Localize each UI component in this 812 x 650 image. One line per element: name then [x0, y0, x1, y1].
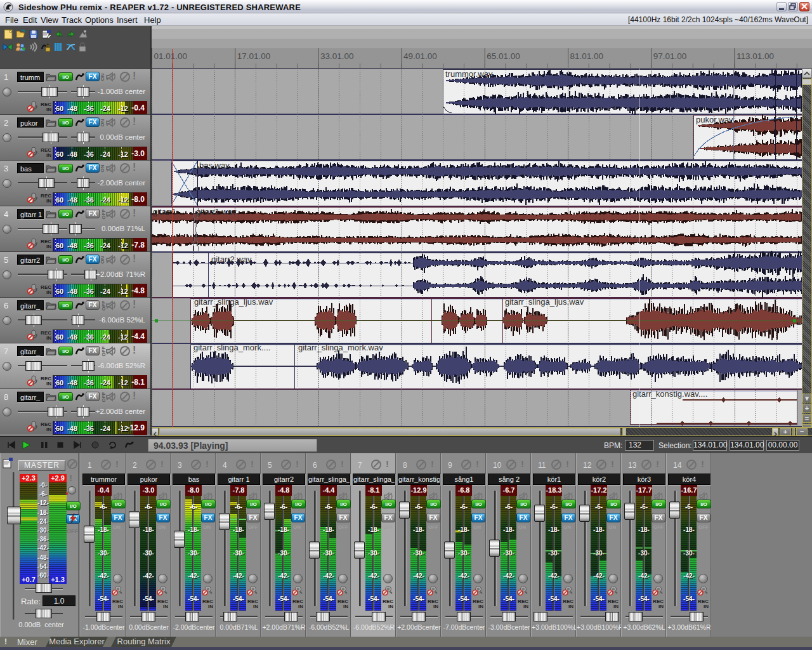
svg-text:gitarr1...: gitarr1...	[153, 207, 183, 216]
svg-text:pukor.wav: pukor.wav	[696, 115, 733, 124]
svg-text:gitarr1.wav: gitarr1.wav	[196, 207, 237, 216]
svg-text:81.01.00: 81.01.00	[570, 51, 604, 61]
svg-text:65.01.00: 65.01.00	[487, 51, 520, 61]
svg-text:97.01.00: 97.01.00	[653, 51, 687, 61]
svg-text:113.01.00: 113.01.00	[737, 51, 774, 61]
svg-text:33.01.00: 33.01.00	[320, 51, 354, 61]
svg-text:gitarr_slinga_ljus.wav: gitarr_slinga_ljus.wav	[194, 297, 273, 307]
svg-text:49.01.00: 49.01.00	[403, 51, 437, 61]
svg-text:gitarr_slinga_ljus.wav: gitarr_slinga_ljus.wav	[505, 297, 584, 307]
svg-text:17.01.00: 17.01.00	[237, 51, 271, 61]
svg-text:gitarr_slinga_mork....: gitarr_slinga_mork....	[193, 343, 270, 352]
svg-text:gitarr2.wav: gitarr2.wav	[211, 255, 252, 264]
svg-text:bas.wav: bas.wav	[199, 161, 230, 170]
svg-text:trummor.wav: trummor.wav	[445, 69, 493, 79]
svg-text:gitarr_konstig.wav....: gitarr_konstig.wav....	[632, 389, 707, 399]
svg-text:gitarr_slinga_mork.wav: gitarr_slinga_mork.wav	[298, 343, 383, 352]
svg-text:01.01.00: 01.01.00	[154, 51, 188, 61]
